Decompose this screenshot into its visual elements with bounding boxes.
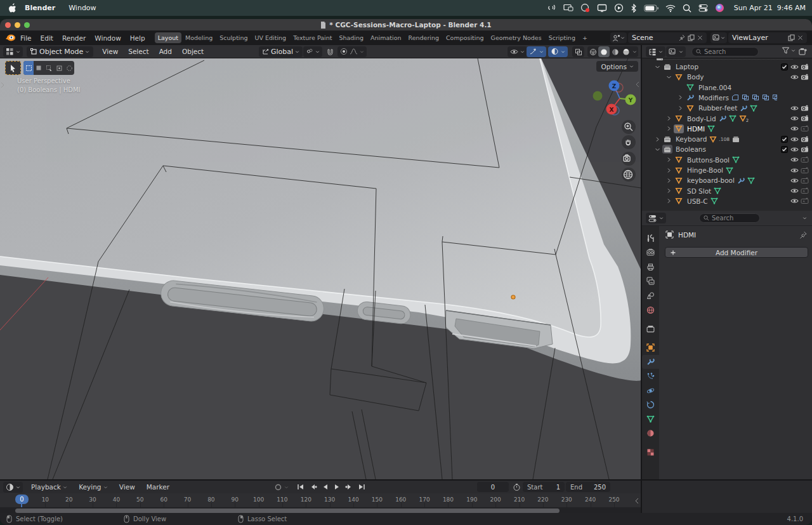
workspace-tab-shading[interactable]: Shading xyxy=(336,32,367,43)
gizmo-axis-y-neg[interactable] xyxy=(593,91,603,101)
select-box-tool[interactable] xyxy=(23,61,34,75)
properties-tab-physics[interactable] xyxy=(642,383,659,397)
workspace-tab-texture-paint[interactable]: Texture Paint xyxy=(290,32,335,43)
pin-icon[interactable] xyxy=(678,34,685,41)
outliner-row-rubber-feet[interactable]: Rubber-feet xyxy=(642,103,812,113)
outliner-row-body-lid[interactable]: Body-Lid2 xyxy=(642,114,812,124)
hide-eye-toggle[interactable] xyxy=(789,125,799,132)
apple-logo[interactable] xyxy=(9,3,17,13)
render-visibility-toggle[interactable] xyxy=(799,136,809,143)
workspace-tab-modeling[interactable]: Modeling xyxy=(182,32,216,43)
render-visibility-toggle[interactable] xyxy=(799,156,809,163)
mesh-icon[interactable] xyxy=(685,103,695,112)
blender-logo[interactable] xyxy=(5,34,16,42)
hide-eye-toggle[interactable] xyxy=(789,156,799,163)
mesh-icon[interactable] xyxy=(674,187,684,196)
hide-eye-toggle[interactable] xyxy=(789,177,799,184)
mesh-icon[interactable] xyxy=(674,72,684,81)
outliner-item-label[interactable]: Keyboard xyxy=(676,135,707,143)
collection-checkbox[interactable] xyxy=(779,136,789,143)
disclosure-triangle[interactable] xyxy=(665,157,672,163)
bluetooth-icon[interactable] xyxy=(631,4,637,13)
properties-tab-render[interactable] xyxy=(642,246,659,260)
render-visibility-toggle[interactable] xyxy=(799,177,809,184)
hide-eye-toggle[interactable] xyxy=(789,74,799,81)
outliner-row-hdmi[interactable]: HDMI xyxy=(642,124,812,134)
mesh-icon[interactable] xyxy=(674,176,684,185)
menubar-clock[interactable]: Sun Apr 21 9:46 AM xyxy=(734,4,806,12)
scrollbar-thumb[interactable] xyxy=(15,508,560,513)
render-visibility-toggle[interactable] xyxy=(799,105,809,112)
outliner-filter-button[interactable] xyxy=(782,46,796,55)
new-viewlayer-icon[interactable] xyxy=(788,34,795,41)
outliner-item-label[interactable]: Body-Lid xyxy=(687,115,716,123)
render-visibility-toggle[interactable] xyxy=(799,74,809,81)
outliner-row-keyboard[interactable]: Keyboard.108 xyxy=(642,134,812,144)
auto-keying-toggle[interactable] xyxy=(274,483,289,491)
zoom-button[interactable] xyxy=(622,120,636,134)
pin-icon[interactable] xyxy=(799,231,807,239)
topbar-menu-file[interactable]: File xyxy=(16,34,36,42)
current-frame-field[interactable]: 0 xyxy=(477,482,509,492)
shazam-icon[interactable] xyxy=(547,3,556,13)
workspace-tab-animation[interactable]: Animation xyxy=(367,32,404,43)
menubar-menu-window[interactable]: Window xyxy=(69,4,96,12)
select-lasso-tool[interactable] xyxy=(54,61,64,75)
toolbar-expand-arrow[interactable] xyxy=(0,81,5,90)
timeline-menu-keying[interactable]: Keying xyxy=(73,483,114,491)
workspace-tab-sculpting[interactable]: Sculpting xyxy=(216,32,251,43)
proportional-edit-cluster[interactable] xyxy=(337,46,367,57)
workspace-tab-rendering[interactable]: Rendering xyxy=(405,32,442,43)
menubar-app-name[interactable]: Blender xyxy=(25,4,55,12)
hide-eye-toggle[interactable] xyxy=(789,115,799,122)
mesh-icon[interactable] xyxy=(674,197,684,206)
collection-checkbox[interactable] xyxy=(779,146,789,153)
properties-tab-modifiers[interactable] xyxy=(642,355,659,369)
workspace-tab-geometry-nodes[interactable]: Geometry Nodes xyxy=(488,32,545,43)
outliner-row-plane-004[interactable]: Plane.004 xyxy=(642,83,812,93)
properties-tab-particles[interactable] xyxy=(642,369,659,383)
mesh-icon[interactable] xyxy=(674,166,684,175)
outliner-row-keyboard-bool[interactable]: keyboard-bool xyxy=(642,175,812,185)
current-frame-marker[interactable]: 0 xyxy=(15,495,29,504)
select-paint-tool[interactable] xyxy=(64,61,74,75)
mesh-icon[interactable] xyxy=(674,124,684,133)
outliner-item-label[interactable]: HDMI xyxy=(687,125,705,133)
properties-options-chevron[interactable] xyxy=(802,216,807,220)
shading-rendered-button[interactable] xyxy=(620,46,631,57)
outliner-filter-mode[interactable] xyxy=(666,46,686,57)
hide-eye-toggle[interactable] xyxy=(789,146,799,153)
disclosure-triangle[interactable] xyxy=(665,126,672,131)
remove-viewlayer-icon[interactable] xyxy=(797,35,803,41)
disclosure-triangle[interactable] xyxy=(665,74,672,80)
jump-to-start-button[interactable] xyxy=(297,484,304,490)
disclosure-triangle[interactable] xyxy=(653,64,661,70)
render-visibility-toggle[interactable] xyxy=(799,187,809,194)
frame-end-field[interactable]: End250 xyxy=(566,482,610,492)
editor-type-button[interactable] xyxy=(3,46,23,57)
properties-tab-world[interactable] xyxy=(642,303,659,317)
hide-eye-toggle[interactable] xyxy=(789,187,799,194)
next-keyframe-button[interactable] xyxy=(345,484,353,490)
active-tool-select-box[interactable] xyxy=(5,61,21,75)
viewport-menu-object[interactable]: Object xyxy=(177,48,209,55)
viewlayer-selector[interactable]: ViewLayer xyxy=(728,32,807,43)
select-circle-tool[interactable] xyxy=(44,61,54,75)
disclosure-triangle[interactable] xyxy=(665,116,672,121)
timeline-menu-view[interactable]: View xyxy=(114,483,141,491)
siri-icon[interactable] xyxy=(715,3,724,13)
render-visibility-toggle[interactable] xyxy=(799,63,809,70)
disclosure-triangle[interactable] xyxy=(665,178,672,183)
properties-tab-constraints[interactable] xyxy=(642,398,659,412)
render-visibility-toggle[interactable] xyxy=(799,125,809,132)
jump-to-end-button[interactable] xyxy=(358,484,365,490)
play-reverse-button[interactable] xyxy=(322,484,329,490)
play-button[interactable] xyxy=(334,484,340,490)
unlink-scene-icon[interactable] xyxy=(697,35,703,41)
timeline-editor-type[interactable] xyxy=(3,482,23,493)
snap-target-button[interactable] xyxy=(303,46,322,57)
outliner-row-body[interactable]: Body xyxy=(642,72,812,82)
outliner-row-usb-c[interactable]: USB-C xyxy=(642,196,812,206)
hide-eye-toggle[interactable] xyxy=(789,136,799,143)
record-icon[interactable] xyxy=(580,3,590,13)
